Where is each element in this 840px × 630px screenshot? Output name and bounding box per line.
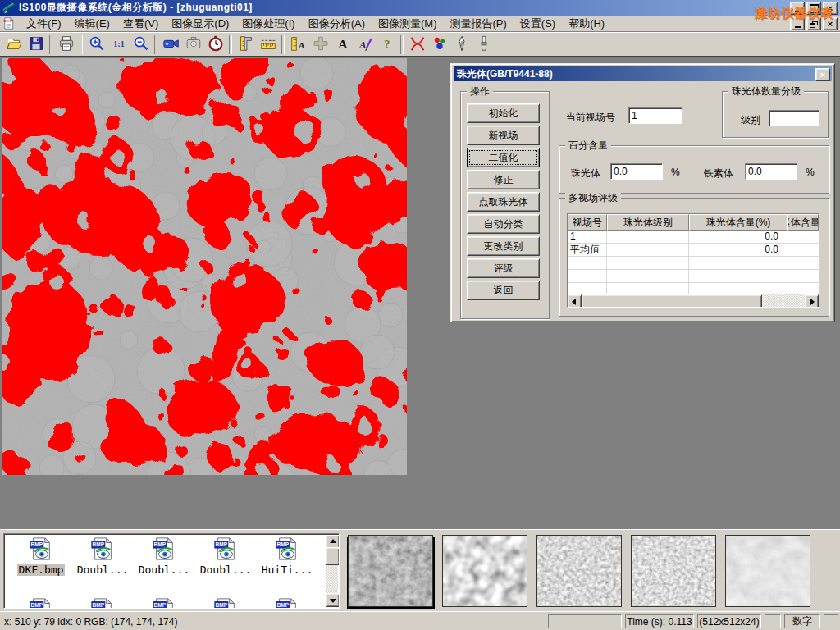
file-name: Doubl... bbox=[199, 564, 253, 576]
preview-thumbnail-1[interactable] bbox=[442, 535, 527, 607]
grading-group-label: 珠光体数量分级 bbox=[728, 85, 804, 97]
menu-item-1[interactable]: 编辑(E) bbox=[68, 16, 116, 32]
toolbar-separator bbox=[400, 35, 404, 54]
current-field-input[interactable] bbox=[628, 107, 682, 124]
file-item-0[interactable]: BMPDKF.bmp bbox=[11, 536, 71, 576]
op-button-8[interactable]: 返回 bbox=[467, 281, 540, 300]
save-button[interactable] bbox=[25, 34, 47, 55]
brush-tool-button[interactable] bbox=[472, 34, 495, 55]
file-item-row2-1[interactable]: BMP bbox=[72, 597, 133, 609]
op-button-4[interactable]: 点取珠光体 bbox=[467, 192, 540, 212]
table-cell: 1 bbox=[568, 231, 607, 244]
document-icon[interactable]: DOC bbox=[2, 16, 16, 30]
grid-cross-icon bbox=[312, 34, 330, 55]
count-points-icon bbox=[431, 34, 449, 55]
annotate-button[interactable]: A bbox=[354, 34, 376, 55]
video-camera-button[interactable] bbox=[160, 34, 182, 55]
svg-text:BMP: BMP bbox=[93, 541, 105, 547]
ferrite-label: 铁素体 bbox=[704, 167, 733, 180]
table-row-1[interactable]: 平均值0.0 bbox=[568, 244, 819, 257]
menu-item-0[interactable]: 文件(F) bbox=[20, 16, 68, 32]
status-box-empty-1 bbox=[548, 614, 622, 628]
scroll-down-button[interactable] bbox=[326, 593, 340, 607]
table-hscrollbar[interactable] bbox=[568, 294, 819, 307]
scroll-right-button[interactable] bbox=[805, 294, 819, 308]
ruler-button[interactable] bbox=[257, 34, 279, 55]
multifield-table[interactable]: 视场号珠光体级别珠光体含量(%)铁素体含量(%) 10.0平均值0.0 bbox=[567, 213, 819, 308]
zoom-in-button[interactable] bbox=[85, 34, 107, 55]
curve-tool-button[interactable] bbox=[406, 34, 428, 55]
scroll-left-button[interactable] bbox=[568, 294, 582, 308]
file-item-2[interactable]: BMPDoubl... bbox=[134, 536, 194, 576]
preview-thumbnail-3[interactable] bbox=[631, 535, 716, 607]
pearlite-percent-input[interactable] bbox=[610, 163, 663, 180]
menu-item-5[interactable]: 图像分析(A) bbox=[302, 16, 372, 32]
open-file-button[interactable] bbox=[2, 34, 25, 55]
measure-label-button[interactable]: A bbox=[287, 34, 309, 55]
actual-size-icon: 1:1 bbox=[110, 34, 128, 55]
caliper-button[interactable] bbox=[235, 34, 257, 55]
op-button-2[interactable]: 二值化 bbox=[467, 148, 540, 167]
vscrollbar-thumb[interactable] bbox=[326, 547, 340, 565]
op-button-1[interactable]: 新视场 bbox=[467, 126, 540, 145]
table-cell bbox=[788, 244, 819, 257]
text-label-button[interactable]: A bbox=[331, 34, 354, 55]
file-item-1[interactable]: BMPDoubl... bbox=[72, 536, 133, 576]
pen-tool-button[interactable] bbox=[450, 34, 472, 55]
op-button-5[interactable]: 自动分类 bbox=[467, 214, 540, 234]
zoom-out-button[interactable] bbox=[130, 34, 152, 55]
file-item-3[interactable]: BMPDoubl... bbox=[195, 536, 256, 576]
file-name: HuiTi... bbox=[260, 564, 315, 576]
file-item-row2-0[interactable]: BMP bbox=[11, 597, 71, 609]
svg-text:BMP: BMP bbox=[154, 541, 167, 547]
dialog-titlebar[interactable]: 珠光体(GB/T9441-88) × bbox=[454, 66, 832, 81]
table-cell: 0.0 bbox=[689, 244, 788, 257]
file-browser[interactable]: BMPBMPBMPBMPBMPBMPHuiTi...BMPDoubl...BMP… bbox=[3, 533, 340, 609]
menu-item-4[interactable]: 图像处理(I) bbox=[235, 16, 301, 32]
hscrollbar-thumb[interactable] bbox=[582, 294, 762, 308]
toolbar-separator bbox=[154, 35, 158, 54]
caliper-icon bbox=[237, 34, 255, 55]
measure-label-icon: A bbox=[290, 34, 308, 55]
svg-text:DOC: DOC bbox=[4, 19, 12, 23]
file-browser-scrollbar[interactable] bbox=[326, 535, 338, 607]
menu-item-2[interactable]: 查看(V) bbox=[116, 16, 165, 32]
table-cell bbox=[689, 257, 788, 270]
op-button-6[interactable]: 更改类别 bbox=[467, 236, 540, 256]
menu-item-8[interactable]: 设置(S) bbox=[514, 16, 562, 32]
preview-thumbnail-0[interactable] bbox=[348, 535, 433, 607]
menu-bar: DOC 文件(F)编辑(E)查看(V)图像显示(D)图像处理(I)图像分析(A)… bbox=[0, 16, 840, 32]
print-button[interactable] bbox=[55, 34, 77, 55]
text-label-icon: A bbox=[334, 34, 352, 55]
bmp-file-icon: BMP bbox=[213, 552, 238, 564]
preview-thumbnail-4[interactable] bbox=[725, 535, 810, 607]
menu-item-3[interactable]: 图像显示(D) bbox=[165, 16, 235, 32]
file-item-row2-3[interactable]: BMP bbox=[195, 597, 256, 609]
op-button-0[interactable]: 初始化 bbox=[467, 103, 540, 123]
timer-button[interactable] bbox=[204, 34, 226, 55]
table-row-2[interactable] bbox=[568, 257, 819, 270]
dialog-close-button[interactable]: × bbox=[815, 68, 830, 81]
menu-item-6[interactable]: 图像测量(M) bbox=[372, 16, 444, 32]
svg-text:BMP: BMP bbox=[154, 602, 167, 608]
window-titlebar: IS100显微摄像系统(金相分析版) - [zhuguangti01] × bbox=[0, 0, 840, 16]
capture-image-button[interactable] bbox=[182, 34, 204, 55]
table-row-0[interactable]: 10.0 bbox=[568, 231, 819, 244]
help-button[interactable]: ? bbox=[376, 34, 398, 55]
grid-cross-button[interactable] bbox=[309, 34, 331, 55]
status-bar: x: 510 y: 79 idx: 0 RGB: (174, 174, 174)… bbox=[0, 611, 840, 630]
micrograph-image[interactable] bbox=[2, 58, 407, 475]
table-row-3[interactable] bbox=[568, 270, 819, 283]
actual-size-button[interactable]: 1:1 bbox=[107, 34, 130, 55]
op-button-7[interactable]: 评级 bbox=[467, 258, 540, 278]
file-item-4[interactable]: BMPHuiTi... bbox=[257, 536, 317, 576]
preview-thumbnail-2[interactable] bbox=[536, 535, 622, 607]
file-item-row2-2[interactable]: BMP bbox=[134, 597, 194, 609]
grade-level-input[interactable] bbox=[769, 110, 819, 126]
menu-item-7[interactable]: 测量报告(P) bbox=[443, 16, 513, 32]
file-item-row2-4[interactable]: BMP bbox=[257, 597, 317, 609]
ferrite-percent-input[interactable] bbox=[745, 163, 797, 180]
menu-item-9[interactable]: 帮助(H) bbox=[562, 16, 611, 32]
count-points-button[interactable] bbox=[428, 34, 450, 55]
op-button-3[interactable]: 修正 bbox=[467, 170, 540, 189]
